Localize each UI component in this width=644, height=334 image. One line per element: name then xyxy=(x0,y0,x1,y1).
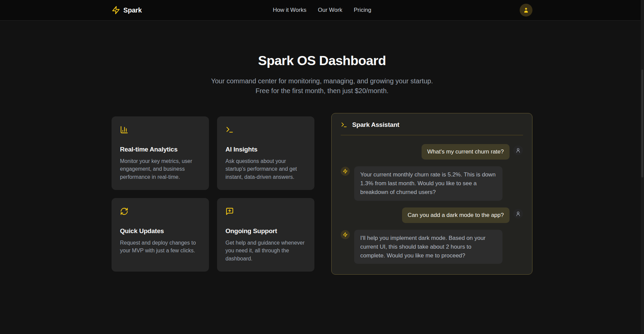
assistant-zap-avatar xyxy=(341,167,350,176)
user-avatar xyxy=(513,209,523,219)
nav-link-pricing[interactable]: Pricing xyxy=(354,7,371,13)
feature-card-quick-updates: Quick Updates Request and deploy changes… xyxy=(112,198,209,272)
feature-description: Ask questions about your startup's perfo… xyxy=(225,157,306,181)
brand-logo[interactable]: Spark xyxy=(112,6,142,15)
feature-card-ai-insights: AI Insights Ask questions about your sta… xyxy=(217,116,314,190)
nav-link-how-it-works[interactable]: How it Works xyxy=(273,7,306,13)
feature-title: Real-time Analytics xyxy=(120,146,201,153)
chat-message-user: What's my current churn rate? xyxy=(341,144,523,160)
feature-description: Monitor your key metrics, user engagemen… xyxy=(120,157,201,181)
page-scrollbar[interactable] xyxy=(641,0,644,334)
nav-link-our-work[interactable]: Our Work xyxy=(318,7,342,13)
hero-subtitle: Your command center for monitoring, mana… xyxy=(208,76,436,96)
bar-chart-icon xyxy=(120,126,201,135)
chat-message-assistant: Your current monthly churn rate is 5.2%.… xyxy=(341,166,523,200)
user-avatar xyxy=(513,145,523,155)
assistant-header: Spark Assistant xyxy=(332,113,532,135)
navbar: Spark How it Works Our Work Pricing xyxy=(0,0,644,21)
feature-card-ongoing-support: Ongoing Support Get help and guidance wh… xyxy=(217,198,314,272)
page-title: Spark OS Dashboard xyxy=(0,53,644,68)
message-square-plus-icon xyxy=(225,207,306,217)
user-message-bubble: What's my current churn rate? xyxy=(422,144,510,160)
chat-message-assistant: I'll help you implement dark mode. Based… xyxy=(341,230,523,264)
spark-assistant-panel: Spark Assistant What's my current churn … xyxy=(331,113,532,275)
refresh-icon xyxy=(120,207,201,217)
assistant-message-bubble: I'll help you implement dark mode. Based… xyxy=(354,230,502,264)
terminal-icon xyxy=(341,121,347,128)
feature-description: Get help and guidance whenever you need … xyxy=(225,239,306,263)
main-content: Real-time Analytics Monitor your key met… xyxy=(112,113,532,275)
feature-card-realtime-analytics: Real-time Analytics Monitor your key met… xyxy=(112,116,209,190)
nav-links: How it Works Our Work Pricing xyxy=(273,7,371,13)
feature-title: Quick Updates xyxy=(120,227,201,235)
features-grid: Real-time Analytics Monitor your key met… xyxy=(112,116,314,272)
navbar-inner: Spark How it Works Our Work Pricing xyxy=(106,4,538,17)
brand-name: Spark xyxy=(123,6,142,14)
feature-description: Request and deploy changes to your MVP w… xyxy=(120,239,201,255)
user-icon xyxy=(523,7,529,13)
account-avatar-button[interactable] xyxy=(520,4,532,17)
user-message-bubble: Can you add a dark mode to the app? xyxy=(402,207,510,223)
chat-messages: What's my current churn rate? Your curre… xyxy=(332,135,532,275)
chat-message-user: Can you add a dark mode to the app? xyxy=(341,207,523,223)
assistant-message-bubble: Your current monthly churn rate is 5.2%.… xyxy=(354,166,502,200)
scrollbar-thumb[interactable] xyxy=(641,69,643,177)
terminal-icon xyxy=(225,126,306,135)
feature-title: Ongoing Support xyxy=(225,227,306,235)
assistant-title: Spark Assistant xyxy=(352,121,399,129)
assistant-zap-avatar xyxy=(341,230,350,239)
feature-title: AI Insights xyxy=(225,146,306,153)
hero-section: Spark OS Dashboard Your command center f… xyxy=(0,21,644,96)
spark-zap-icon xyxy=(112,6,120,15)
